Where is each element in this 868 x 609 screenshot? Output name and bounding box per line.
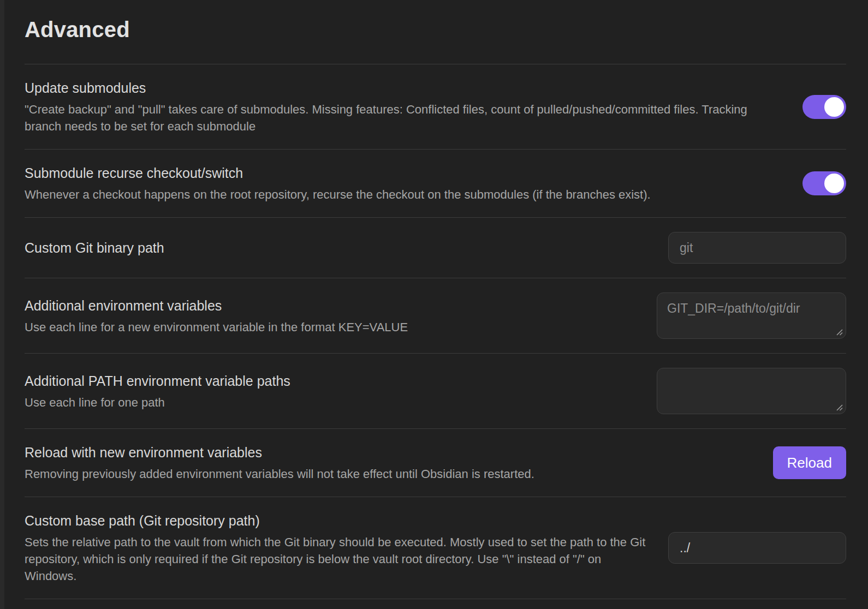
panel-left-edge [0, 0, 4, 609]
textarea-wrapper [657, 368, 846, 414]
setting-description: Removing previously added environment va… [25, 465, 753, 482]
setting-control [668, 232, 846, 264]
section-divider [25, 599, 846, 599]
setting-control [802, 171, 846, 195]
toggle-knob [824, 174, 844, 193]
setting-control [657, 292, 846, 339]
setting-description: Sets the relative path to the vault from… [25, 534, 649, 584]
setting-info: Submodule recurse checkout/switch Whenev… [25, 164, 783, 203]
setting-control [802, 95, 846, 119]
setting-row-update-submodules: Update submodules "Create backup" and "p… [25, 64, 846, 149]
settings-panel: Advanced Update submodules "Create backu… [25, 0, 846, 599]
setting-name: Additional PATH environment variable pat… [25, 372, 637, 390]
setting-row-git-binary-path: Custom Git binary path [25, 217, 846, 278]
setting-name: Custom base path (Git repository path) [25, 511, 649, 530]
submodule-recurse-toggle[interactable] [802, 171, 846, 195]
page-title: Advanced [25, 0, 846, 64]
setting-info: Additional environment variables Use eac… [25, 296, 637, 336]
setting-control [668, 532, 846, 564]
setting-info: Custom Git binary path [25, 238, 649, 257]
setting-name: Update submodules [25, 79, 783, 97]
git-binary-path-input[interactable] [668, 232, 846, 264]
setting-row-custom-base-path: Custom base path (Git repository path) S… [25, 497, 846, 599]
update-submodules-toggle[interactable] [802, 95, 846, 119]
setting-info: Update submodules "Create backup" and "p… [25, 79, 783, 135]
resize-handle-icon[interactable] [835, 403, 843, 411]
setting-info: Additional PATH environment variable pat… [25, 372, 637, 411]
env-variables-textarea[interactable] [657, 292, 846, 339]
path-env-paths-textarea[interactable] [657, 368, 846, 414]
setting-info: Custom base path (Git repository path) S… [25, 511, 649, 584]
setting-name: Reload with new environment variables [25, 443, 753, 462]
setting-description: Use each line for one path [25, 394, 637, 411]
setting-control [657, 368, 846, 414]
setting-control: Reload [773, 446, 846, 479]
setting-row-reload-env: Reload with new environment variables Re… [25, 428, 846, 497]
textarea-wrapper [657, 292, 846, 339]
setting-name: Additional environment variables [25, 296, 637, 315]
reload-button[interactable]: Reload [773, 446, 846, 479]
setting-description: "Create backup" and "pull" takes care of… [25, 101, 783, 135]
setting-name: Custom Git binary path [25, 238, 649, 257]
setting-description: Whenever a checkout happens on the root … [25, 186, 783, 203]
setting-name: Submodule recurse checkout/switch [25, 164, 783, 182]
setting-row-env-variables: Additional environment variables Use eac… [25, 278, 846, 353]
base-path-input[interactable] [668, 532, 846, 564]
toggle-knob [824, 97, 844, 117]
setting-row-submodule-recurse: Submodule recurse checkout/switch Whenev… [25, 149, 846, 217]
setting-description: Use each line for a new environment vari… [25, 319, 637, 336]
setting-row-path-env-paths: Additional PATH environment variable pat… [25, 353, 846, 428]
resize-handle-icon[interactable] [835, 327, 843, 336]
setting-info: Reload with new environment variables Re… [25, 443, 753, 482]
